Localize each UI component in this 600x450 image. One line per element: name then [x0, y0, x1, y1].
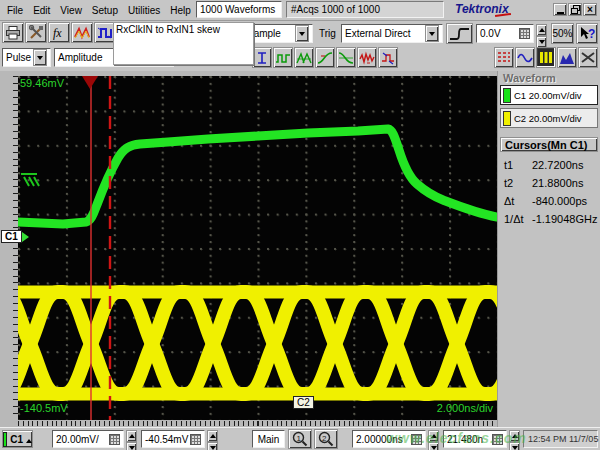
restore-button[interactable] [568, 3, 582, 16]
vertical-offset-field[interactable]: -40.54mV [141, 430, 205, 448]
c2-eye-trace [18, 292, 497, 394]
cursor-row-t2: t2 21.8800ns [504, 177, 598, 189]
zoom-1-button[interactable]: 1 [288, 429, 312, 449]
meas-amplitude-button[interactable] [294, 47, 314, 68]
cursor-label: Δt [504, 195, 514, 207]
menu-file[interactable]: File [2, 3, 28, 18]
sidebar: Waveform C1 20.00mV/div C2 20.00mV/div C… [497, 71, 600, 427]
cursor-label: 1/Δt [504, 213, 524, 225]
waveform-count-readout: 1000 Waveforms [196, 1, 282, 18]
keypad-icon[interactable] [519, 28, 530, 39]
waveform-icon [74, 26, 90, 40]
c1-color-swatch [503, 88, 511, 103]
vscale-spin-down[interactable] [126, 442, 137, 450]
meas-jitter-button[interactable] [378, 47, 398, 68]
chevron-down-icon[interactable] [295, 25, 309, 42]
sine-icon [517, 51, 533, 65]
spinner-down-icon [539, 40, 545, 47]
meas-fall-button[interactable] [336, 47, 356, 68]
zoom-2-button[interactable]: 2 [314, 429, 338, 449]
print-button[interactable] [2, 22, 24, 43]
fall-time-icon [338, 51, 354, 65]
mask-lines-button[interactable] [494, 47, 514, 68]
c1-trace [18, 129, 497, 224]
vertical-scale-field[interactable]: 20.00mV/ [52, 430, 124, 448]
cursor-row-inv-dt: 1/Δt -1.19048GHz [504, 213, 598, 225]
c1-channel-marker[interactable]: C1 [1, 230, 22, 243]
printer-icon [5, 26, 21, 40]
meas-noise-button[interactable] [357, 47, 377, 68]
trigger-level-field[interactable]: 0.0V [476, 24, 534, 43]
watermark: www.elecfans.com [386, 430, 527, 446]
pulse-train-icon [275, 51, 291, 65]
waveform-plot [18, 76, 497, 420]
eye-mask-button[interactable] [578, 47, 598, 68]
levels-icon [255, 51, 269, 65]
horizontal-mode-field[interactable]: Main [252, 430, 285, 448]
trigger-source-select[interactable]: External Direct [341, 24, 443, 43]
cursor-value: -1.19048GHz [532, 213, 597, 225]
cursor-label: t1 [504, 159, 513, 171]
histogram-button[interactable] [557, 47, 577, 68]
set-50-button[interactable]: 50% [551, 23, 574, 44]
menu-help[interactable]: Help [165, 3, 196, 18]
voffset-spin-down[interactable] [207, 442, 218, 450]
voffset-spin-up[interactable] [207, 430, 218, 442]
rising-edge-icon [449, 26, 470, 41]
cursor-value: 21.8800ns [532, 177, 583, 189]
square-wave-icon [97, 26, 113, 40]
menu-setup[interactable]: Setup [87, 3, 123, 18]
menu-utilities[interactable]: Utilities [123, 3, 165, 18]
c2-channel-marker[interactable]: C2 [293, 396, 314, 409]
display-area: 59.46mV -140.5mV 2.000ns/div C2 C1 Wavef… [0, 71, 600, 427]
cursor-value: 22.7200ns [532, 159, 583, 171]
keypad-icon[interactable] [190, 434, 201, 445]
cursors-panel-title: Cursors(Mn C1) [500, 137, 598, 152]
eye-color-grade-button[interactable] [536, 47, 556, 68]
c1-marker-arrow-icon [22, 232, 29, 242]
minimize-icon [557, 12, 564, 14]
trigger-slope-button[interactable] [446, 23, 473, 44]
close-icon: × [587, 4, 593, 15]
trig-label: Trig [319, 28, 336, 39]
eye-x-icon [581, 51, 595, 64]
trigger-level-spin-up[interactable] [536, 24, 547, 36]
tools-button[interactable] [25, 22, 47, 43]
channel-row-c1[interactable]: C1 20.00mV/div [500, 85, 598, 105]
minimize-button[interactable] [553, 3, 567, 16]
histogram-icon [559, 51, 575, 65]
context-help-button[interactable]: ? [576, 23, 598, 44]
timebase-label: 2.000ns/div [437, 402, 493, 414]
horizontal-tick-strip [18, 421, 497, 426]
ground-marker-icon [21, 174, 39, 186]
tektronix-logo: Tektronix [455, 2, 509, 16]
datetime-readout: 12:54 PM 11/7/05 [523, 430, 598, 448]
close-button[interactable]: × [583, 3, 597, 16]
waveform-display-button[interactable] [71, 22, 93, 43]
menu-view[interactable]: View [55, 3, 87, 18]
meas-rise-button[interactable] [315, 47, 335, 68]
meas-high-low-button[interactable] [252, 47, 272, 68]
meas-period-button[interactable] [273, 47, 293, 68]
cursor-row-dt: Δt -840.000ps [504, 195, 598, 207]
channel-row-c2[interactable]: C2 20.00mV/div [500, 108, 598, 128]
math-button[interactable]: fx [48, 22, 70, 43]
tooltip: RxClkIN to RxIN1 skew [113, 22, 254, 65]
chevron-down-icon[interactable] [425, 25, 439, 42]
trigger-marker[interactable] [82, 76, 98, 89]
keypad-icon[interactable] [109, 434, 120, 445]
vscale-spin-up[interactable] [126, 430, 137, 442]
svg-text:1: 1 [297, 434, 302, 443]
tools-icon [29, 25, 44, 40]
spinner-up-icon [539, 25, 545, 32]
signal-type-select[interactable]: Pulse [2, 48, 51, 67]
spinner-up-icon [26, 436, 32, 443]
svg-text:2: 2 [322, 434, 327, 443]
sine-display-button[interactable] [515, 47, 535, 68]
menu-edit[interactable]: Edit [28, 3, 55, 18]
rise-time-icon [317, 51, 333, 65]
channel-select-button[interactable]: C1 [2, 430, 33, 448]
chevron-down-icon[interactable] [33, 49, 47, 66]
svg-text:?: ? [588, 27, 595, 41]
acq-count-readout: #Acqs 1000 of 1000 [286, 1, 444, 18]
